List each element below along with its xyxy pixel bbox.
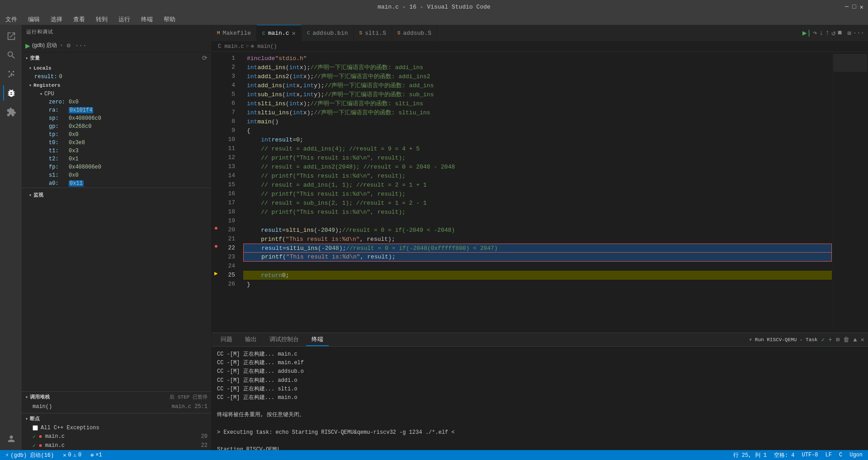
status-encoding[interactable]: UTF-8	[800, 452, 820, 458]
terminal-close-icon[interactable]: ✕	[861, 336, 864, 343]
debug-panel-header: 运行和调试	[22, 25, 211, 39]
callstack-header[interactable]: ▾ 调用堆栈 后 STEP 已暂停	[22, 392, 211, 402]
locals-header[interactable]: ▾ Locals	[25, 64, 211, 73]
activity-extensions-icon[interactable]	[3, 104, 19, 120]
watch-section: ▾ 监视	[22, 188, 211, 202]
debug-settings-icon[interactable]: ⚙	[66, 41, 71, 50]
terminal-content: CC -[M] 正在构建... main.c CC -[M] 正在构建... m…	[212, 347, 868, 450]
warning-icon: ⚠	[73, 452, 76, 459]
code-line-11: // result = addi_ins(4); //result = 9 = …	[243, 144, 832, 153]
activity-scm-icon[interactable]	[3, 66, 19, 82]
menu-view[interactable]: 查看	[71, 14, 87, 24]
gutter-2	[212, 61, 221, 70]
ln-22: 22	[221, 244, 240, 253]
user-label: Ugon	[849, 452, 863, 458]
ln-11: 11	[221, 144, 240, 153]
variables-header[interactable]: ▾ 变量 ⟳	[22, 52, 211, 64]
split-editor-icon[interactable]: ⊞	[847, 29, 851, 37]
variables-refresh-icon[interactable]: ⟳	[202, 54, 208, 62]
callstack-main-item[interactable]: main() main.c 25:1	[22, 402, 211, 411]
terminal-up-icon[interactable]: ▲	[853, 336, 857, 343]
reg-gp: gp:0x268c0	[33, 122, 211, 131]
close-button[interactable]: ✕	[860, 3, 863, 11]
ln-20: 20	[221, 225, 240, 235]
status-line-ending[interactable]: LF	[824, 452, 834, 458]
tab-debug-console[interactable]: 调试控制台	[264, 333, 304, 346]
debug-step-out-icon[interactable]: ↑	[825, 29, 830, 37]
terminal-line-4: CC -[M] 正在构建... addi.o	[217, 376, 863, 385]
code-line-26: }	[243, 280, 832, 289]
debug-run-button[interactable]: ▶ (gdb) 启动	[25, 42, 57, 49]
tab-addsubs[interactable]: S addsub.S	[392, 25, 437, 41]
code-line-4: int add_ins(int x, int y); //声明一下汇编语言中的函…	[243, 81, 832, 90]
registers-group: ▾ Registers ▾ CPU zero:0x0 ra:0x101f4 sp…	[22, 81, 211, 188]
status-position[interactable]: 行 25, 列 1	[731, 451, 769, 459]
debug-continue-icon[interactable]: ▶|	[802, 28, 811, 38]
registers-header[interactable]: ▾ Registers	[25, 81, 211, 90]
more-actions-icon[interactable]: ···	[853, 29, 864, 37]
code-editor[interactable]: ● ● ▶ 1 2 3 4 5 6 7 8 9 10 11 1	[212, 52, 868, 333]
menu-run[interactable]: 运行	[117, 14, 132, 24]
terminal-add-icon[interactable]: +	[828, 336, 832, 343]
tab-addsubbin[interactable]: C addsub.bin	[302, 25, 354, 41]
bp-mainc-20: ✓ ● main.c 20	[22, 432, 211, 441]
cpu-header[interactable]: ▾ CPU	[33, 90, 211, 98]
bottom-tab-actions: ⚡ Run RISCV-QEMU - Task ✓ + ⊞ 🗑 ▲ ✕	[749, 336, 864, 343]
activity-account-icon[interactable]	[3, 431, 19, 446]
bp-mainc-22: ✓ ● main.c 22	[22, 441, 211, 450]
activity-explorer-icon[interactable]	[3, 28, 19, 44]
ln-25: 25	[221, 271, 240, 280]
menu-select[interactable]: 选择	[49, 14, 64, 24]
debug-step-into-icon[interactable]: ↓	[819, 29, 824, 37]
bp-dot-icon: ●	[38, 433, 42, 440]
debug-step-over-icon[interactable]: ↷	[813, 28, 817, 38]
gutter-16	[212, 188, 221, 197]
terminal-split-icon[interactable]: ⊞	[836, 336, 840, 343]
status-spaces[interactable]: 空格: 4	[772, 451, 797, 459]
status-git[interactable]: ⊕ ×1	[89, 452, 104, 459]
status-debug[interactable]: ⚡ (gdb) 启动(16)	[4, 451, 56, 459]
gutter: ● ● ▶	[212, 52, 221, 333]
activity-debug-icon[interactable]	[3, 85, 19, 101]
debug-restart-icon[interactable]: ↺	[831, 28, 836, 38]
callstack-section: ▾ 调用堆栈 后 STEP 已暂停 main() main.c 25:1	[22, 391, 211, 413]
gutter-15	[212, 178, 221, 188]
activity-search-icon[interactable]	[3, 47, 19, 63]
bp-dot2-icon: ●	[38, 442, 42, 449]
code-content[interactable]: #include "stdio.h" int addi_ins(int x); …	[243, 52, 832, 333]
terminal-trash-icon[interactable]: 🗑	[843, 336, 849, 343]
code-line-10: int result = 0;	[243, 135, 832, 144]
minimize-button[interactable]: ─	[845, 3, 849, 11]
tab-makefile[interactable]: M Makefile	[212, 25, 257, 41]
debug-stop-icon[interactable]: ■	[838, 29, 842, 37]
tab-output[interactable]: 输出	[240, 333, 262, 346]
status-errors[interactable]: ✕ 0 ⚠ 0	[61, 452, 83, 459]
tab-terminal[interactable]: 终端	[306, 333, 329, 346]
watch-header[interactable]: ▾ 监视	[25, 190, 208, 200]
debug-more-icon[interactable]: ···	[74, 41, 87, 50]
menu-help[interactable]: 帮助	[162, 14, 177, 24]
menu-edit[interactable]: 编辑	[26, 14, 42, 24]
breakpoints-header[interactable]: ▾ 断点	[22, 413, 211, 424]
ln-16: 16	[221, 189, 240, 198]
menu-goto[interactable]: 转到	[94, 14, 109, 24]
status-language[interactable]: C	[837, 452, 844, 458]
ln-26: 26	[221, 280, 240, 289]
gutter-1	[212, 52, 221, 61]
maximize-button[interactable]: □	[852, 3, 856, 11]
reg-fp: fp:0x408006e0	[33, 163, 211, 171]
tab-sltis[interactable]: S slti.S	[354, 25, 392, 41]
reg-t1: t1:0x3	[33, 147, 211, 155]
tab-problems[interactable]: 问题	[215, 333, 238, 346]
tab-mainc[interactable]: C main.c ✕	[257, 25, 302, 41]
callstack-main-location: main.c 25:1	[172, 404, 208, 410]
bp-cpp-checkbox[interactable]	[33, 425, 38, 431]
gutter-21	[212, 233, 221, 242]
menu-terminal[interactable]: 终端	[139, 14, 155, 24]
status-user[interactable]: Ugon	[848, 452, 864, 458]
tab-mainc-close[interactable]: ✕	[292, 29, 295, 37]
debug-toolbar: ▶ (gdb) 启动 ▾ ⚙ ···	[22, 39, 211, 52]
menu-file[interactable]: 文件	[4, 14, 19, 24]
ln-6: 6	[221, 99, 240, 108]
locals-title: Locals	[33, 66, 52, 71]
